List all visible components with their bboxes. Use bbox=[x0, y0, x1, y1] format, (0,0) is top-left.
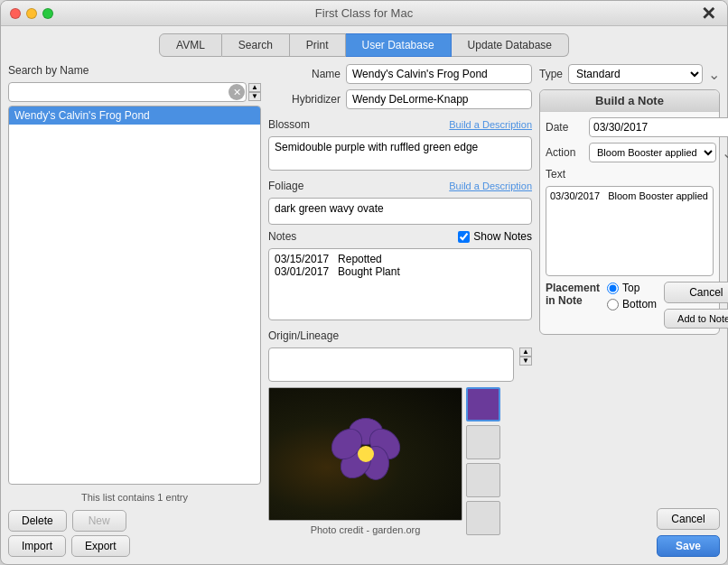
violet-flower bbox=[330, 418, 402, 490]
list-count: This list contains 1 entry bbox=[8, 488, 261, 506]
name-input[interactable] bbox=[346, 64, 532, 84]
stepper-up[interactable]: ▲ bbox=[248, 83, 261, 92]
radio-top-label: Top bbox=[622, 282, 639, 294]
window-controls bbox=[10, 8, 53, 19]
name-label: Name bbox=[268, 68, 341, 80]
bottom-left-row1: Delete New bbox=[8, 510, 261, 532]
tab-print[interactable]: Print bbox=[290, 33, 346, 57]
foliage-build-link[interactable]: Build a Description bbox=[449, 181, 532, 191]
origin-row: ▲ ▼ bbox=[268, 347, 532, 382]
notes-label: Notes bbox=[268, 230, 296, 243]
notes-header: Notes Show Notes bbox=[268, 230, 532, 243]
placement-row: Placementin Note Top Bottom Cancel bbox=[546, 282, 714, 329]
photo-row: Photo credit - garden.org bbox=[268, 387, 532, 535]
blossom-label: Blossom bbox=[268, 118, 310, 131]
title-bar: First Class for Mac ✕ bbox=[1, 1, 727, 26]
origin-label: Origin/Lineage bbox=[268, 329, 339, 342]
flower-center bbox=[358, 446, 374, 462]
tab-bar: AVML Search Print User Database Update D… bbox=[1, 26, 727, 57]
action-select[interactable]: Bloom Booster applied Repotted Fertilize… bbox=[589, 143, 716, 162]
blossom-header: Blossom Build a Description bbox=[268, 118, 532, 131]
text-label: Text bbox=[546, 168, 714, 181]
bottom-right-buttons: Cancel Save bbox=[539, 508, 720, 557]
date-row: Date 31 bbox=[546, 117, 714, 137]
type-dropdown-arrow[interactable]: ⌄ bbox=[708, 66, 720, 83]
date-input[interactable] bbox=[589, 117, 728, 137]
origin-textarea[interactable] bbox=[268, 347, 514, 382]
thumb-4[interactable] bbox=[466, 501, 500, 535]
thumb-1[interactable] bbox=[466, 387, 500, 421]
left-panel: Search by Name ✕ ▲ ▼ Wendy's Calvin's Fr… bbox=[8, 64, 261, 557]
type-label: Type bbox=[539, 68, 563, 80]
note-text-area[interactable]: 03/30/2017 Bloom Booster applied bbox=[546, 186, 714, 276]
delete-button[interactable]: Delete bbox=[8, 510, 67, 532]
build-a-note-title: Build a Note bbox=[540, 90, 719, 112]
blossom-build-link[interactable]: Build a Description bbox=[449, 119, 532, 130]
new-button[interactable]: New bbox=[72, 510, 126, 532]
origin-stepper-up[interactable]: ▲ bbox=[519, 347, 532, 357]
action-dropdown-arrow: ⌄ bbox=[722, 144, 728, 162]
photo-main[interactable] bbox=[268, 387, 462, 521]
list-item[interactable]: Wendy's Calvin's Frog Pond bbox=[9, 107, 260, 125]
thumb-2[interactable] bbox=[466, 425, 500, 459]
save-button[interactable]: Save bbox=[657, 535, 720, 557]
middle-panel: Name Hybridizer Blossom Build a Descript… bbox=[268, 64, 532, 557]
search-row: ✕ ▲ ▼ bbox=[8, 82, 261, 102]
minimize-traffic-btn[interactable] bbox=[26, 8, 37, 19]
main-window: First Class for Mac ✕ AVML Search Print … bbox=[0, 0, 728, 565]
photo-thumbnails bbox=[466, 387, 500, 535]
close-traffic-btn[interactable] bbox=[10, 8, 21, 19]
radio-top-row: Top bbox=[607, 282, 657, 294]
cancel-note-button[interactable]: Cancel bbox=[664, 282, 728, 303]
bottom-left-buttons: Delete New Import Export bbox=[8, 510, 261, 557]
hybridizer-row: Hybridizer bbox=[268, 89, 532, 109]
search-stepper: ▲ ▼ bbox=[248, 83, 261, 101]
placement-label: Placementin Note bbox=[546, 282, 600, 307]
build-a-note-box: Build a Note Date 31 Action Bloom Booste… bbox=[539, 89, 720, 335]
date-label: Date bbox=[546, 121, 583, 134]
name-row: Name bbox=[268, 64, 532, 84]
tab-search[interactable]: Search bbox=[222, 33, 290, 57]
blossom-textarea[interactable] bbox=[268, 136, 532, 171]
violet-background bbox=[269, 388, 462, 520]
radio-bottom-row: Bottom bbox=[607, 298, 657, 310]
right-panel: Type Standard Miniature Semi-miniature T… bbox=[539, 64, 720, 557]
hybridizer-input[interactable] bbox=[346, 89, 532, 109]
search-clear-button[interactable]: ✕ bbox=[229, 84, 245, 100]
type-row: Type Standard Miniature Semi-miniature T… bbox=[539, 64, 720, 84]
plant-list[interactable]: Wendy's Calvin's Frog Pond bbox=[8, 106, 261, 485]
placement-buttons: Cancel Add to Notes bbox=[664, 282, 728, 329]
action-row: Action Bloom Booster applied Repotted Fe… bbox=[546, 143, 714, 162]
search-by-name-label: Search by Name bbox=[8, 64, 261, 77]
add-to-notes-button[interactable]: Add to Notes bbox=[664, 309, 728, 329]
foliage-header: Foliage Build a Description bbox=[268, 180, 532, 192]
origin-stepper-down[interactable]: ▼ bbox=[519, 357, 532, 366]
close-x-button[interactable]: ✕ bbox=[701, 3, 716, 24]
search-input[interactable] bbox=[8, 82, 247, 102]
type-select[interactable]: Standard Miniature Semi-miniature Traile… bbox=[568, 64, 703, 84]
tab-update-database[interactable]: Update Database bbox=[452, 33, 569, 57]
tab-user-database[interactable]: User Database bbox=[346, 33, 452, 57]
window-title: First Class for Mac bbox=[315, 6, 413, 20]
import-button[interactable]: Import bbox=[8, 535, 66, 557]
show-notes-checkbox[interactable] bbox=[458, 231, 470, 243]
cancel-button[interactable]: Cancel bbox=[657, 508, 720, 530]
tab-avml[interactable]: AVML bbox=[159, 33, 222, 57]
show-notes-row: Show Notes bbox=[458, 230, 532, 243]
radio-top[interactable] bbox=[607, 282, 619, 294]
radio-bottom[interactable] bbox=[607, 299, 619, 310]
hybridizer-label: Hybridizer bbox=[268, 93, 341, 106]
photo-credit: Photo credit - garden.org bbox=[268, 524, 462, 535]
action-label: Action bbox=[546, 146, 583, 159]
maximize-traffic-btn[interactable] bbox=[42, 8, 53, 19]
radio-bottom-label: Bottom bbox=[622, 298, 657, 310]
notes-textarea[interactable]: 03/15/2017 Repotted 03/01/2017 Bought Pl… bbox=[268, 248, 532, 320]
export-button[interactable]: Export bbox=[71, 535, 130, 557]
origin-header: Origin/Lineage bbox=[268, 329, 532, 342]
thumb-3[interactable] bbox=[466, 463, 500, 497]
foliage-textarea[interactable] bbox=[268, 198, 532, 225]
stepper-down[interactable]: ▼ bbox=[248, 92, 261, 101]
foliage-label: Foliage bbox=[268, 180, 303, 192]
show-notes-label: Show Notes bbox=[473, 230, 532, 243]
bottom-left-row2: Import Export bbox=[8, 535, 261, 557]
